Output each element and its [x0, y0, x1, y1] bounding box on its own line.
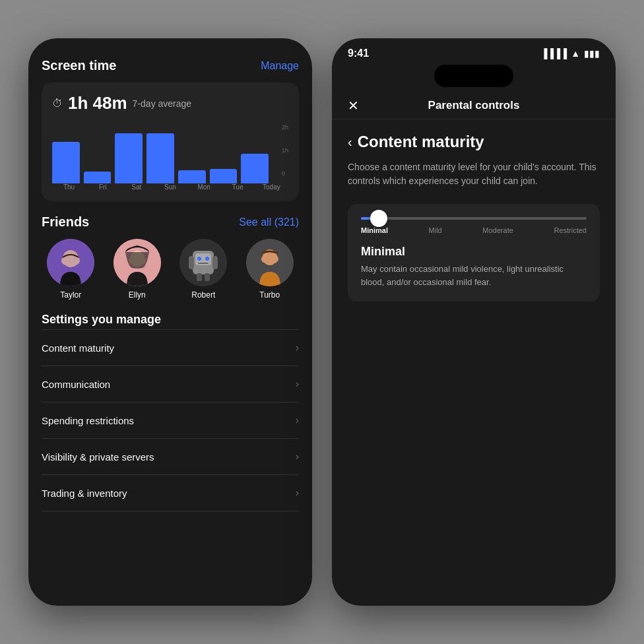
chart-bars: 2h 1h 0	[52, 124, 288, 183]
friends-section: Friends See all (321)	[42, 214, 299, 300]
content-main-title: Content maturity	[358, 133, 484, 151]
manage-link[interactable]: Manage	[261, 60, 299, 72]
x-label-sat: Sat	[119, 183, 153, 191]
friend-name-taylor: Taylor	[60, 290, 81, 300]
x-label-mon: Mon	[187, 183, 221, 191]
maturity-level-title: Minimal	[361, 245, 587, 259]
settings-label-communication: Communication	[42, 379, 110, 390]
x-label-sun: Sun	[153, 183, 187, 191]
friend-robert[interactable]: Robert	[174, 239, 233, 300]
friend-turbo[interactable]: Turbo	[241, 239, 300, 300]
settings-label-content-maturity: Content maturity	[42, 342, 114, 354]
svg-point-12	[205, 257, 209, 261]
parental-content: ‹ Content maturity Choose a content matu…	[332, 119, 616, 606]
chart-bar-thu	[52, 124, 80, 183]
avatar-svg-taylor	[47, 239, 94, 286]
chevron-right-icon: ›	[296, 451, 299, 463]
settings-item-communication[interactable]: Communication ›	[42, 366, 299, 402]
friend-taylor[interactable]: Taylor	[42, 239, 100, 300]
avatar-svg-robert	[179, 239, 227, 286]
svg-rect-16	[197, 273, 202, 281]
nav-title: Parental controls	[428, 99, 520, 112]
avatar-svg-turbo	[246, 239, 294, 286]
signal-icon: ▐▐▐▐	[540, 48, 567, 59]
friend-ellyn[interactable]: Ellyn	[108, 239, 167, 300]
svg-point-11	[197, 257, 201, 261]
settings-label-spending: Spending restrictions	[42, 415, 134, 426]
slider-track[interactable]	[361, 217, 587, 220]
friend-name-ellyn: Ellyn	[129, 290, 146, 300]
screen-time-card: ⏱ 1h 48m 7-day average 2h 1h	[42, 82, 299, 201]
svg-rect-2	[61, 256, 80, 265]
settings-title: Settings you manage	[42, 313, 299, 327]
chart-bar-today	[241, 124, 269, 183]
x-label-thu: Thu	[52, 183, 86, 191]
svg-rect-15	[212, 256, 218, 269]
settings-label-trading: Trading & inventory	[42, 488, 127, 499]
see-all-link[interactable]: See all (321)	[239, 216, 299, 228]
status-bar: 9:41 ▐▐▐▐ ▲ ▮▮▮	[332, 38, 616, 65]
svg-rect-13	[198, 263, 209, 264]
avatar-taylor	[47, 239, 94, 286]
avatar-turbo	[246, 239, 294, 286]
right-phone: 9:41 ▐▐▐▐ ▲ ▮▮▮ ✕ Parental controls ‹ Co…	[332, 38, 616, 606]
settings-list: Content maturity › Communication › Spend…	[42, 329, 299, 511]
svg-rect-20	[261, 255, 278, 263]
y-label-0: 0	[282, 170, 288, 177]
time-display: ⏱ 1h 48m 7-day average	[52, 93, 288, 113]
chevron-right-icon: ›	[296, 378, 299, 390]
content-description: Choose a content maturity level for your…	[348, 160, 600, 188]
slider-label-mild: Mild	[429, 226, 442, 234]
y-label-2h: 2h	[282, 124, 288, 131]
slider-label-minimal: Minimal	[361, 226, 388, 234]
dynamic-island	[434, 65, 513, 87]
svg-rect-3	[56, 255, 61, 267]
time-value: 1h 48m	[68, 93, 127, 113]
bar-chart: 2h 1h 0 Thu Fri Sat Sun Mon Tue Today	[52, 124, 288, 191]
slider-thumb[interactable]	[370, 210, 387, 227]
chart-bar-fri	[84, 124, 112, 183]
slider-label-moderate: Moderate	[482, 226, 513, 234]
screen-time-header: Screen time Manage	[42, 58, 299, 73]
slider-card: Minimal Mild Moderate Restricted Minimal…	[348, 204, 600, 302]
chevron-right-icon: ›	[296, 487, 299, 499]
settings-item-spending[interactable]: Spending restrictions ›	[42, 402, 299, 439]
screen-time-title: Screen time	[42, 58, 116, 73]
chart-bar-sat	[115, 124, 143, 183]
chart-bar-sun	[146, 124, 174, 183]
chart-bar-mon	[178, 124, 206, 183]
status-icons: ▐▐▐▐ ▲ ▮▮▮	[540, 48, 600, 59]
friends-header: Friends See all (321)	[42, 214, 299, 230]
settings-item-content-maturity[interactable]: Content maturity ›	[42, 329, 299, 366]
x-label-today: Today	[255, 183, 288, 191]
friends-list: Taylor Ellyn	[42, 239, 299, 300]
maturity-level-desc: May contain occasional mild violence, li…	[361, 263, 587, 288]
avatar-svg-ellyn	[113, 239, 161, 286]
slider-container: Minimal Mild Moderate Restricted	[361, 217, 587, 234]
friend-name-turbo: Turbo	[259, 290, 280, 300]
chart-x-labels: Thu Fri Sat Sun Mon Tue Today	[52, 183, 288, 191]
friend-name-robert: Robert	[191, 290, 215, 300]
svg-rect-14	[189, 256, 194, 269]
x-label-tue: Tue	[221, 183, 255, 191]
nav-bar: ✕ Parental controls	[332, 92, 616, 119]
svg-rect-4	[80, 255, 85, 267]
status-time: 9:41	[348, 48, 369, 59]
avatar-robert	[179, 239, 227, 286]
back-button[interactable]: ‹	[348, 135, 352, 150]
svg-rect-17	[205, 273, 210, 281]
back-header: ‹ Content maturity	[348, 133, 600, 151]
settings-label-visibility: Visibility & private servers	[42, 451, 154, 463]
settings-item-trading[interactable]: Trading & inventory ›	[42, 475, 299, 511]
friends-title: Friends	[42, 214, 89, 230]
chevron-right-icon: ›	[296, 342, 299, 354]
close-button[interactable]: ✕	[348, 98, 359, 113]
right-phone-content: 9:41 ▐▐▐▐ ▲ ▮▮▮ ✕ Parental controls ‹ Co…	[332, 38, 616, 606]
y-label-1h: 1h	[282, 147, 288, 154]
wifi-icon: ▲	[571, 48, 580, 59]
chart-bar-tue	[210, 124, 238, 183]
chart-y-labels: 2h 1h 0	[282, 124, 288, 177]
time-period: 7-day average	[133, 98, 192, 109]
settings-section: Settings you manage Content maturity › C…	[42, 313, 299, 511]
settings-item-visibility[interactable]: Visibility & private servers ›	[42, 439, 299, 475]
